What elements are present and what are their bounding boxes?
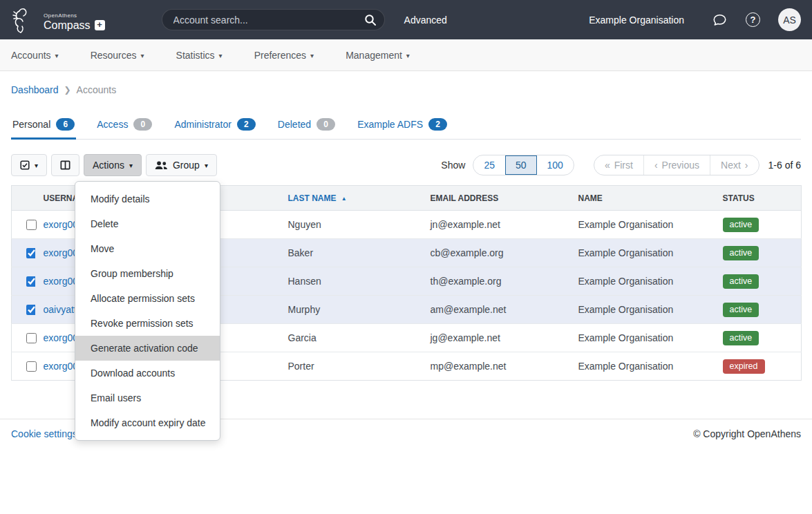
select-column-header [12,186,35,211]
select-all-dropdown-button[interactable]: ▾ [11,154,47,176]
email-cell: cb@example.org [422,239,570,267]
tab-count-badge: 6 [56,118,75,131]
sort-ascending-icon: ▲ [341,196,347,202]
name-cell: Example Organisation [570,296,715,324]
pagination: « First ‹ Previous Next › [594,155,759,175]
show-label: Show [441,160,465,171]
name-cell: Example Organisation [570,211,715,239]
search-icon [364,14,377,26]
search-button[interactable] [364,14,377,26]
main-menubar: Accounts ▾ Resources ▾ Statistics ▾ Pref… [0,39,812,71]
breadcrumb-dashboard-link[interactable]: Dashboard [11,84,59,95]
page-size-100[interactable]: 100 [537,155,574,175]
page-size-25[interactable]: 25 [473,155,505,175]
tab-count-badge: 2 [237,118,256,131]
brand-small-label: OpenAthens [44,12,77,19]
checkbox-icon [20,160,30,170]
email-cell: th@example.org [422,267,570,296]
chevron-down-icon: ▾ [406,53,410,59]
status-badge: active [723,331,759,345]
tab-deleted[interactable]: Deleted 0 [276,118,337,140]
email-cell: am@example.net [422,296,570,324]
cookie-settings-link[interactable]: Cookie settings [11,428,77,439]
menu-management[interactable]: Management ▾ [346,50,410,61]
menu-item-delete[interactable]: Delete [75,211,220,236]
menu-item-move[interactable]: Move [75,236,220,261]
name-cell: Example Organisation [570,324,715,352]
chevron-down-icon: ▾ [35,162,38,169]
breadcrumb-separator-icon: ❯ [64,85,71,95]
account-type-tabs: Personal 6 Access 0 Administrator 2 Dele… [11,118,801,140]
last-name-cell: Hansen [280,267,422,296]
help-icon: ? [746,12,760,27]
columns-button[interactable] [51,154,79,176]
email-cell: jn@example.net [422,211,570,239]
account-search [162,9,385,30]
menu-statistics[interactable]: Statistics ▾ [176,50,223,61]
tab-administrator[interactable]: Administrator 2 [173,118,256,140]
chat-bubble-icon [712,12,728,28]
name-cell: Example Organisation [570,267,715,296]
user-avatar[interactable]: AS [778,8,801,31]
tab-count-badge: 0 [317,118,335,131]
menu-item-allocate-permission-sets[interactable]: Allocate permission sets [75,286,220,311]
name-column-header[interactable]: NAME [570,186,715,211]
menu-item-download-accounts[interactable]: Download accounts [75,361,220,386]
copyright-label: © Copyright OpenAthens [693,428,801,439]
name-cell: Example Organisation [570,352,715,381]
last-name-cell: Nguyen [280,211,422,239]
group-people-icon [155,161,168,170]
menu-resources[interactable]: Resources ▾ [91,50,144,61]
chevron-down-icon: ▾ [129,162,133,169]
chevron-left-icon: ‹ [654,160,658,171]
menu-item-email-users[interactable]: Email users [75,386,220,410]
actions-dropdown-menu: Modify details Delete Move Group members… [75,181,220,441]
menu-item-revoke-permission-sets[interactable]: Revoke permission sets [75,311,220,336]
menu-item-modify-account-expiry-date[interactable]: Modify account expiry date [75,410,220,435]
email-column-header[interactable]: EMAIL ADDRESS [422,186,570,211]
group-dropdown-button[interactable]: Group ▾ [146,154,217,176]
menu-item-modify-details[interactable]: Modify details [75,187,220,211]
tab-count-badge: 2 [428,118,447,131]
email-cell: mp@example.net [422,352,570,381]
menu-accounts[interactable]: Accounts ▾ [11,50,59,61]
chevron-down-icon: ▾ [219,53,223,59]
last-name-cell: Baker [280,239,422,267]
breadcrumb-current: Accounts [77,84,117,95]
tab-count-badge: 0 [133,118,152,131]
tab-example-adfs[interactable]: Example ADFS 2 [356,118,449,140]
advanced-search-link[interactable]: Advanced [404,15,447,26]
next-page-button[interactable]: Next › [710,155,758,175]
openathens-owl-logo-icon [11,6,37,35]
tab-personal[interactable]: Personal 6 [11,118,76,140]
last-name-cell: Murphy [280,296,422,324]
name-cell: Example Organisation [570,239,715,267]
actions-dropdown-button[interactable]: Actions ▾ [84,154,142,176]
chevron-down-icon: ▾ [141,53,144,59]
menu-item-generate-activation-code[interactable]: Generate activation code [75,336,220,361]
first-page-button[interactable]: « First [594,155,643,175]
chevron-down-icon: ▾ [310,53,314,59]
last-name-column-header[interactable]: LAST NAME ▲ [280,186,422,211]
menu-item-group-membership[interactable]: Group membership [75,261,220,286]
status-badge: active [723,274,759,289]
status-badge: active [723,303,759,317]
compass-plus-icon: + [95,20,105,30]
chevron-down-icon: ▾ [55,53,59,59]
page-size-50[interactable]: 50 [505,155,537,175]
brand-name-label: Compass [44,19,91,32]
previous-page-button[interactable]: ‹ Previous [643,155,710,175]
tab-access[interactable]: Access 0 [95,118,153,140]
columns-icon [60,160,70,170]
status-badge: active [723,246,759,260]
breadcrumb: Dashboard ❯ Accounts [0,71,812,95]
feedback-button[interactable] [712,12,728,28]
top-header: OpenAthens Compass + Advanced Example Or… [0,0,812,39]
help-button[interactable]: ? [746,12,760,27]
menu-preferences[interactable]: Preferences ▾ [254,50,314,61]
account-search-input[interactable] [162,9,385,30]
status-column-header[interactable]: STATUS [715,186,802,211]
status-badge: expired [723,359,765,374]
last-name-cell: Garcia [280,324,422,352]
openathens-brand[interactable]: OpenAthens Compass + [11,6,105,35]
